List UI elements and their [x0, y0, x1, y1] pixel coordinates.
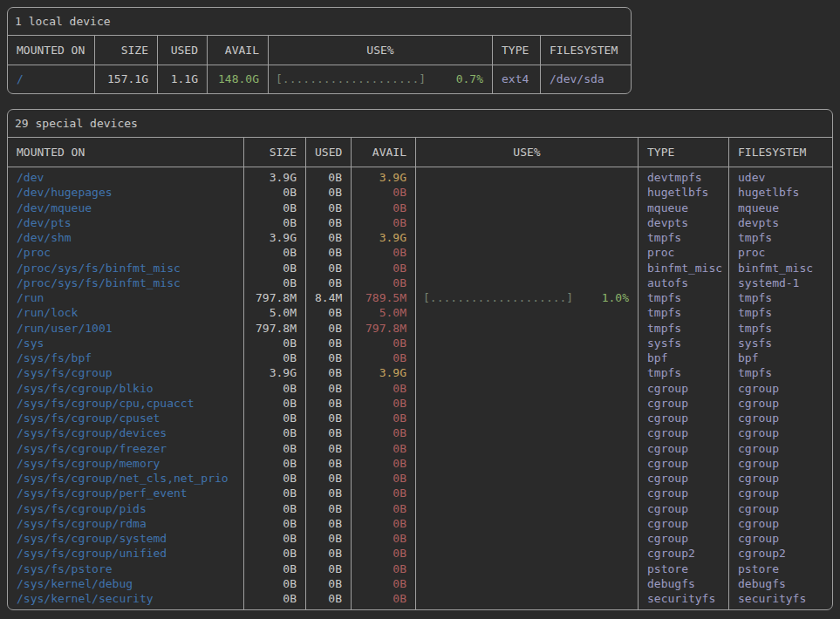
cell-type: cgroup2: [639, 546, 729, 561]
cell-used: 0B: [306, 561, 352, 576]
column-header-used: USED: [158, 36, 208, 65]
cell-mount: /proc/sys/fs/binfmt_misc: [8, 261, 244, 275]
cell-size: 0B: [244, 486, 306, 500]
cell-avail: 0B: [352, 275, 416, 290]
cell-type: autofs: [639, 275, 729, 290]
cell-use-percent: [416, 167, 639, 185]
cell-size: 0B: [244, 425, 306, 440]
table-row: /sys/fs/cgroup/perf_event0B0B0Bcgroupcgr…: [8, 486, 832, 500]
cell-mount: /sys/fs/cgroup/perf_event: [8, 486, 244, 500]
cell-mount: /sys/fs/cgroup/devices: [8, 425, 244, 440]
table-row: /sys/fs/cgroup/blkio0B0B0Bcgroupcgroup: [8, 381, 832, 396]
cell-use-percent: [416, 501, 639, 516]
cell-mount: /sys/fs/pstore: [8, 561, 244, 576]
table-title-special-devices: 29 special devices: [8, 110, 832, 138]
cell-size: 0B: [244, 501, 306, 516]
cell-used: 0B: [306, 486, 352, 500]
cell-fs: debugfs: [729, 576, 832, 591]
cell-fs: tmpfs: [729, 290, 832, 305]
cell-size: 0B: [244, 201, 306, 215]
cell-use-percent: [416, 456, 639, 471]
table-row: /sys/fs/cgroup/systemd0B0B0Bcgroupcgroup: [8, 531, 832, 546]
cell-size: 0B: [244, 185, 306, 200]
cell-size: 797.8M: [244, 290, 306, 305]
cell-used: 0B: [306, 411, 352, 425]
cell-size: 0B: [244, 456, 306, 471]
cell-mount: /run/user/1001: [8, 321, 244, 336]
cell-avail: 0B: [352, 411, 416, 425]
cell-use-percent: [416, 546, 639, 561]
cell-fs: hugetlbfs: [729, 185, 832, 200]
cell-use-percent: [416, 425, 639, 440]
cell-use-percent: [416, 531, 639, 546]
cell-fs: proc: [729, 245, 832, 260]
cell-fs: securityfs: [729, 591, 832, 609]
cell-used: 0B: [306, 230, 352, 245]
table-row: /sys/fs/cgroup/unified0B0B0Bcgroup2cgrou…: [8, 546, 832, 561]
cell-size: 3.9G: [244, 167, 306, 185]
cell-mount: /sys/fs/cgroup/memory: [8, 456, 244, 471]
table-row: /sys/fs/cgroup/memory0B0B0Bcgroupcgroup: [8, 456, 832, 471]
cell-avail: 0B: [352, 215, 416, 230]
cell-used: 0B: [306, 456, 352, 471]
cell-use-percent: [416, 350, 639, 365]
cell-size: 0B: [244, 336, 306, 350]
column-header-type: TYPE: [493, 36, 541, 65]
cell-type: cgroup: [639, 425, 729, 440]
cell-avail: 0B: [352, 546, 416, 561]
cell-mount: /sys/fs/cgroup/freezer: [8, 441, 244, 456]
cell-used: 0B: [306, 501, 352, 516]
table-row: /sys/fs/pstore0B0B0Bpstorepstore: [8, 561, 832, 576]
cell-used: 0B: [306, 425, 352, 440]
table-row: /sys/fs/cgroup/cpuset0B0B0Bcgroupcgroup: [8, 411, 832, 425]
cell-fs: cgroup: [729, 441, 832, 456]
cell-avail: 0B: [352, 185, 416, 200]
cell-type: securityfs: [639, 591, 729, 609]
cell-use-percent: [416, 321, 639, 336]
table-row: /sys0B0B0Bsysfssysfs: [8, 336, 832, 350]
cell-mount: /sys/kernel/security: [8, 591, 244, 609]
cell-avail: 0B: [352, 350, 416, 365]
cell-mount: /sys/fs/cgroup/rdma: [8, 516, 244, 531]
cell-mount: /dev/mqueue: [8, 201, 244, 215]
table-row: /sys/kernel/debug0B0B0Bdebugfsdebugfs: [8, 576, 832, 591]
cell-mount: /proc: [8, 245, 244, 260]
cell-use-percent: [416, 486, 639, 500]
cell-mount: /sys/fs/cgroup/systemd: [8, 531, 244, 546]
column-header-use-: USE%: [416, 138, 639, 167]
cell-fs: systemd-1: [729, 275, 832, 290]
cell-fs: pstore: [729, 561, 832, 576]
local-devices-table: 1 local device MOUNTED ONSIZEUSEDAVAILUS…: [7, 7, 632, 94]
cell-use-percent: [....................]1.0%: [416, 290, 639, 305]
table-header-row: MOUNTED ONSIZEUSEDAVAILUSE%TYPEFILESYSTE…: [8, 138, 832, 167]
cell-type: cgroup: [639, 396, 729, 411]
cell-avail: 0B: [352, 425, 416, 440]
cell-avail: 0B: [352, 501, 416, 516]
cell-size: 0B: [244, 411, 306, 425]
cell-type: proc: [639, 245, 729, 260]
cell-avail: 0B: [352, 441, 416, 456]
table-row: /run797.8M8.4M789.5M[...................…: [8, 290, 832, 305]
cell-size: 157.1G: [95, 65, 158, 93]
cell-fs: cgroup: [729, 486, 832, 500]
cell-used: 0B: [306, 471, 352, 486]
column-header-avail: AVAIL: [208, 36, 269, 65]
table-title-local-devices: 1 local device: [8, 8, 631, 36]
cell-avail: 0B: [352, 576, 416, 591]
table-row: /proc/sys/fs/binfmt_misc0B0B0Bbinfmt_mis…: [8, 261, 832, 275]
cell-use-percent: [416, 245, 639, 260]
table-header-row: MOUNTED ONSIZEUSEDAVAILUSE%TYPEFILESYSTE…: [8, 36, 631, 65]
cell-mount: /sys: [8, 336, 244, 350]
cell-mount: /sys/fs/cgroup/cpu,cpuacct: [8, 396, 244, 411]
cell-size: 0B: [244, 561, 306, 576]
cell-fs: bpf: [729, 350, 832, 365]
cell-fs: tmpfs: [729, 305, 832, 320]
cell-use-percent: [416, 336, 639, 350]
cell-mount: /dev: [8, 167, 244, 185]
cell-fs: cgroup: [729, 396, 832, 411]
cell-size: 0B: [244, 546, 306, 561]
cell-type: cgroup: [639, 501, 729, 516]
cell-use-percent: [416, 305, 639, 320]
cell-avail: 0B: [352, 396, 416, 411]
column-header-used: USED: [306, 138, 352, 167]
